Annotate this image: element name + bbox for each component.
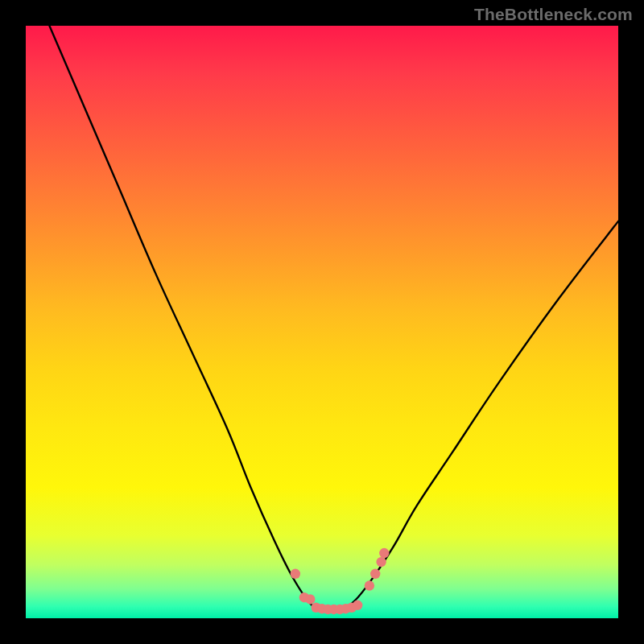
trough-markers: [291, 548, 390, 614]
bottleneck-curve-path: [49, 26, 618, 610]
trough-point: [353, 601, 362, 610]
plot-area: [26, 26, 618, 618]
trough-point: [370, 569, 380, 579]
chart-frame: TheBottleneck.com: [0, 0, 644, 644]
trough-point: [379, 548, 389, 558]
trough-point: [291, 569, 300, 579]
trough-point: [365, 580, 374, 590]
trough-point: [305, 594, 315, 604]
attribution-label: TheBottleneck.com: [474, 5, 633, 24]
trough-point: [376, 557, 386, 567]
curve-layer: [26, 26, 618, 618]
